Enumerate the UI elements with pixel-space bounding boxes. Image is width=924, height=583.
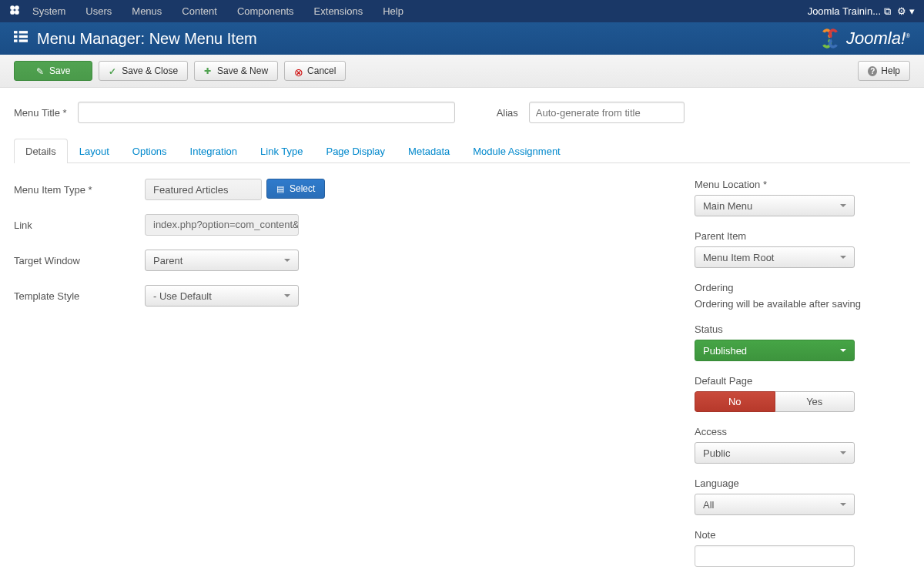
template-style-label: Template Style	[14, 290, 145, 302]
nav-users[interactable]: Users	[78, 2, 119, 21]
tab-link-type[interactable]: Link Type	[249, 139, 314, 163]
page-header: Menu Manager: New Menu Item Joomla!®	[0, 22, 924, 55]
tab-options[interactable]: Options	[121, 139, 179, 163]
svg-point-0	[10, 5, 15, 10]
svg-point-2	[10, 10, 15, 15]
tab-metadata[interactable]: Metadata	[397, 139, 461, 163]
list-icon	[276, 184, 286, 193]
template-style-select[interactable]: - Use Default	[145, 285, 299, 307]
default-page-no[interactable]: No	[695, 391, 775, 412]
plus-icon	[204, 66, 213, 75]
language-select[interactable]: All	[695, 494, 855, 515]
parent-item-label: Parent Item	[695, 230, 910, 242]
gear-icon: ⚙	[897, 5, 906, 17]
note-label: Note	[695, 529, 910, 541]
svg-rect-9	[19, 39, 28, 42]
access-select[interactable]: Public	[695, 442, 855, 464]
alias-label: Alias	[497, 107, 518, 119]
list-icon	[14, 30, 28, 48]
settings-dropdown[interactable]: ⚙ ▾	[897, 5, 915, 17]
save-button[interactable]: Save	[14, 61, 92, 81]
tabs: Details Layout Options Integration Link …	[14, 139, 910, 163]
default-page-yes[interactable]: Yes	[775, 391, 855, 412]
access-label: Access	[695, 426, 910, 437]
toolbar: Save Save & Close Save & New Cancel Help	[0, 55, 924, 88]
menu-title-label: Menu Title *	[14, 107, 67, 119]
joomla-logo: Joomla!®	[819, 27, 910, 50]
link-value: index.php?option=com_content&vie	[145, 214, 299, 236]
menu-title-input[interactable]	[78, 102, 455, 123]
ordering-label: Ordering	[695, 282, 910, 293]
alias-input[interactable]	[529, 102, 685, 123]
default-page-radio: No Yes	[695, 391, 855, 412]
menu-item-type-value: Featured Articles	[145, 179, 262, 200]
parent-item-select[interactable]: Menu Item Root	[695, 246, 855, 268]
link-label: Link	[14, 219, 145, 231]
nav-menus[interactable]: Menus	[124, 2, 169, 21]
target-window-select[interactable]: Parent	[145, 250, 299, 271]
tab-page-display[interactable]: Page Display	[314, 139, 397, 163]
select-type-button[interactable]: Select	[266, 179, 325, 199]
svg-rect-4	[14, 31, 18, 33]
caret-down-icon	[284, 259, 290, 262]
external-link-icon: ⧉	[884, 5, 891, 18]
help-button[interactable]: Help	[858, 61, 910, 81]
menu-location-select[interactable]: Main Menu	[695, 195, 855, 216]
status-select[interactable]: Published	[695, 340, 855, 361]
joomla-icon	[9, 5, 20, 18]
caret-down-icon	[840, 256, 846, 259]
cancel-button[interactable]: Cancel	[284, 61, 346, 81]
svg-rect-7	[19, 35, 28, 37]
check-icon	[109, 66, 118, 75]
ordering-hint: Ordering will be available after saving	[695, 298, 861, 310]
nav-extensions[interactable]: Extensions	[306, 2, 371, 21]
caret-down-icon	[840, 451, 846, 454]
cancel-icon	[294, 66, 303, 75]
nav-system[interactable]: System	[25, 2, 73, 21]
svg-point-3	[15, 10, 19, 15]
tab-module-assignment[interactable]: Module Assignment	[461, 139, 571, 163]
save-close-button[interactable]: Save & Close	[99, 61, 188, 81]
note-input[interactable]	[695, 545, 855, 567]
save-new-button[interactable]: Save & New	[194, 61, 278, 81]
tab-integration[interactable]: Integration	[179, 139, 249, 163]
caret-down-icon: ▾	[909, 5, 915, 17]
svg-rect-8	[14, 39, 18, 42]
page-title: Menu Manager: New Menu Item	[37, 30, 257, 48]
svg-rect-5	[19, 31, 28, 33]
menu-item-type-label: Menu Item Type *	[14, 184, 145, 196]
status-label: Status	[695, 323, 910, 335]
language-label: Language	[695, 477, 910, 489]
nav-content[interactable]: Content	[174, 2, 225, 21]
nav-help[interactable]: Help	[375, 2, 411, 21]
svg-point-1	[15, 5, 19, 10]
caret-down-icon	[840, 349, 846, 352]
nav-components[interactable]: Components	[229, 2, 302, 21]
caret-down-icon	[840, 503, 846, 506]
menu-location-label: Menu Location *	[695, 179, 910, 190]
site-link[interactable]: Joomla Trainin... ⧉	[808, 5, 891, 18]
svg-rect-6	[14, 35, 18, 37]
top-navbar: System Users Menus Content Components Ex…	[0, 0, 924, 22]
help-icon	[868, 66, 877, 75]
apply-icon	[36, 66, 45, 75]
caret-down-icon	[840, 204, 846, 207]
caret-down-icon	[284, 294, 290, 297]
tab-details[interactable]: Details	[14, 139, 68, 163]
default-page-label: Default Page	[695, 375, 910, 387]
tab-layout[interactable]: Layout	[68, 139, 121, 163]
target-window-label: Target Window	[14, 255, 145, 266]
